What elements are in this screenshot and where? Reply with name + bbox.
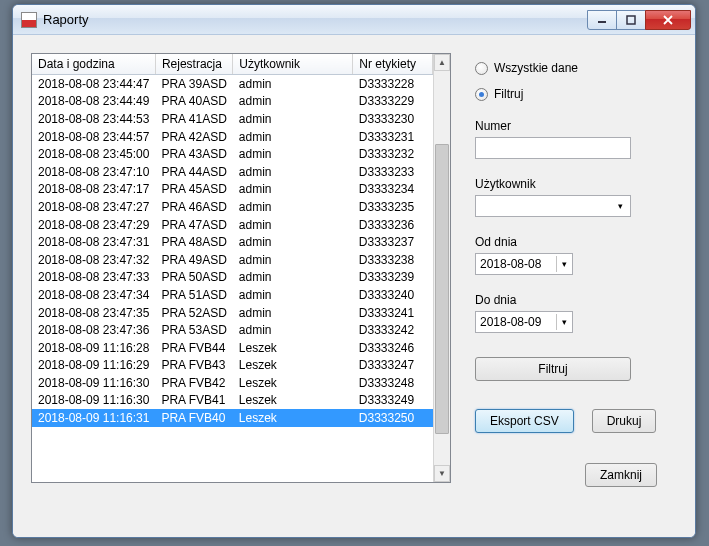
table-row[interactable]: 2018-08-08 23:47:17PRA 45ASDadminD333323… bbox=[32, 181, 433, 199]
cell-reg: PRA 49ASD bbox=[155, 251, 232, 269]
table-row[interactable]: 2018-08-08 23:47:36PRA 53ASDadminD333324… bbox=[32, 321, 433, 339]
cell-date: 2018-08-08 23:47:32 bbox=[32, 251, 155, 269]
number-input[interactable] bbox=[475, 137, 631, 159]
cell-date: 2018-08-08 23:45:00 bbox=[32, 145, 155, 163]
cell-reg: PRA 44ASD bbox=[155, 163, 232, 181]
cell-reg: PRA 46ASD bbox=[155, 198, 232, 216]
table-row[interactable]: 2018-08-09 11:16:30PRA FVB42LeszekD33332… bbox=[32, 374, 433, 392]
cell-user: admin bbox=[233, 198, 353, 216]
report-window: Raporty Data i godzina Rejestracja bbox=[12, 4, 696, 538]
from-date-label: Od dnia bbox=[475, 235, 677, 249]
table-row[interactable]: 2018-08-08 23:44:49PRA 40ASDadminD333322… bbox=[32, 93, 433, 111]
scroll-up-button[interactable]: ▲ bbox=[434, 54, 450, 71]
radio-filter-label: Filtruj bbox=[494, 87, 523, 101]
table-row[interactable]: 2018-08-08 23:47:35PRA 52ASDadminD333324… bbox=[32, 304, 433, 322]
cell-date: 2018-08-08 23:47:29 bbox=[32, 216, 155, 234]
close-icon bbox=[662, 15, 674, 25]
table-row[interactable]: 2018-08-08 23:44:53PRA 41ASDadminD333323… bbox=[32, 110, 433, 128]
chevron-down-icon: ▾ bbox=[612, 198, 628, 214]
table-row[interactable]: 2018-08-08 23:47:34PRA 51ASDadminD333324… bbox=[32, 286, 433, 304]
cell-label: D3333249 bbox=[353, 392, 433, 410]
radio-all-data-label: Wszystkie dane bbox=[494, 61, 578, 75]
scroll-down-button[interactable]: ▼ bbox=[434, 465, 450, 482]
cell-date: 2018-08-09 11:16:28 bbox=[32, 339, 155, 357]
user-dropdown[interactable]: ▾ bbox=[475, 195, 631, 217]
cell-label: D3333230 bbox=[353, 110, 433, 128]
cell-user: admin bbox=[233, 233, 353, 251]
cell-label: D3333248 bbox=[353, 374, 433, 392]
print-button[interactable]: Drukuj bbox=[592, 409, 657, 433]
close-button[interactable] bbox=[645, 10, 691, 30]
chevron-down-icon[interactable]: ▾ bbox=[556, 314, 572, 330]
cell-reg: PRA 47ASD bbox=[155, 216, 232, 234]
cell-label: D3333232 bbox=[353, 145, 433, 163]
cell-label: D3333233 bbox=[353, 163, 433, 181]
to-date-value: 2018-08-09 bbox=[480, 315, 556, 329]
radio-filter[interactable] bbox=[475, 88, 488, 101]
header-date[interactable]: Data i godzina bbox=[32, 54, 155, 75]
to-date-group: Do dnia 2018-08-09 ▾ bbox=[475, 293, 677, 333]
table-row[interactable]: 2018-08-08 23:47:31PRA 48ASDadminD333323… bbox=[32, 233, 433, 251]
header-label[interactable]: Nr etykiety bbox=[353, 54, 433, 75]
cell-label: D3333229 bbox=[353, 93, 433, 111]
vertical-scrollbar[interactable]: ▲ ▼ bbox=[433, 54, 450, 482]
radio-filter-row[interactable]: Filtruj bbox=[475, 87, 677, 101]
cell-date: 2018-08-09 11:16:29 bbox=[32, 357, 155, 375]
cell-date: 2018-08-09 11:16:31 bbox=[32, 409, 155, 427]
cell-date: 2018-08-08 23:44:53 bbox=[32, 110, 155, 128]
app-icon bbox=[21, 12, 37, 28]
cell-date: 2018-08-08 23:44:47 bbox=[32, 75, 155, 93]
chevron-down-icon[interactable]: ▾ bbox=[556, 256, 572, 272]
table-header-row: Data i godzina Rejestracja Użytkownik Nr… bbox=[32, 54, 433, 75]
cell-date: 2018-08-08 23:47:33 bbox=[32, 269, 155, 287]
table-row[interactable]: 2018-08-08 23:44:47PRA 39ASDadminD333322… bbox=[32, 75, 433, 93]
cell-reg: PRA 40ASD bbox=[155, 93, 232, 111]
table-row[interactable]: 2018-08-09 11:16:29PRA FVB43LeszekD33332… bbox=[32, 357, 433, 375]
cell-user: Leszek bbox=[233, 357, 353, 375]
window-title: Raporty bbox=[43, 12, 588, 27]
export-csv-button[interactable]: Eksport CSV bbox=[475, 409, 574, 433]
cell-user: Leszek bbox=[233, 374, 353, 392]
cell-reg: PRA 45ASD bbox=[155, 181, 232, 199]
cell-user: admin bbox=[233, 269, 353, 287]
cell-label: D3333247 bbox=[353, 357, 433, 375]
from-date-value: 2018-08-08 bbox=[480, 257, 556, 271]
minimize-icon bbox=[596, 15, 608, 25]
table-row[interactable]: 2018-08-08 23:47:27PRA 46ASDadminD333323… bbox=[32, 198, 433, 216]
report-table[interactable]: Data i godzina Rejestracja Użytkownik Nr… bbox=[32, 54, 433, 427]
titlebar[interactable]: Raporty bbox=[13, 5, 695, 35]
cell-reg: PRA 48ASD bbox=[155, 233, 232, 251]
export-print-row: Eksport CSV Drukuj bbox=[475, 409, 677, 433]
cell-reg: PRA FVB42 bbox=[155, 374, 232, 392]
from-date-input[interactable]: 2018-08-08 ▾ bbox=[475, 253, 573, 275]
number-field-group: Numer bbox=[475, 119, 677, 159]
svg-rect-1 bbox=[627, 16, 635, 24]
header-registration[interactable]: Rejestracja bbox=[155, 54, 232, 75]
cell-label: D3333239 bbox=[353, 269, 433, 287]
table-row[interactable]: 2018-08-09 11:16:28PRA FVB44LeszekD33332… bbox=[32, 339, 433, 357]
content-area: Data i godzina Rejestracja Użytkownik Nr… bbox=[13, 35, 695, 537]
number-label: Numer bbox=[475, 119, 677, 133]
table-row[interactable]: 2018-08-08 23:44:57PRA 42ASDadminD333323… bbox=[32, 128, 433, 146]
cell-date: 2018-08-08 23:47:10 bbox=[32, 163, 155, 181]
radio-all-data-row[interactable]: Wszystkie dane bbox=[475, 61, 677, 75]
table-row[interactable]: 2018-08-09 11:16:31PRA FVB40LeszekD33332… bbox=[32, 409, 433, 427]
cell-reg: PRA 50ASD bbox=[155, 269, 232, 287]
maximize-button[interactable] bbox=[616, 10, 646, 30]
cell-user: admin bbox=[233, 216, 353, 234]
table-row[interactable]: 2018-08-08 23:47:10PRA 44ASDadminD333323… bbox=[32, 163, 433, 181]
cell-user: admin bbox=[233, 181, 353, 199]
radio-all-data[interactable] bbox=[475, 62, 488, 75]
header-user[interactable]: Użytkownik bbox=[233, 54, 353, 75]
table-row[interactable]: 2018-08-08 23:47:29PRA 47ASDadminD333323… bbox=[32, 216, 433, 234]
minimize-button[interactable] bbox=[587, 10, 617, 30]
maximize-icon bbox=[625, 15, 637, 25]
to-date-input[interactable]: 2018-08-09 ▾ bbox=[475, 311, 573, 333]
close-dialog-button[interactable]: Zamknij bbox=[585, 463, 657, 487]
filter-button[interactable]: Filtruj bbox=[475, 357, 631, 381]
table-row[interactable]: 2018-08-08 23:45:00PRA 43ASDadminD333323… bbox=[32, 145, 433, 163]
table-row[interactable]: 2018-08-09 11:16:30PRA FVB41LeszekD33332… bbox=[32, 392, 433, 410]
table-row[interactable]: 2018-08-08 23:47:32PRA 49ASDadminD333323… bbox=[32, 251, 433, 269]
scroll-thumb[interactable] bbox=[435, 144, 449, 434]
table-row[interactable]: 2018-08-08 23:47:33PRA 50ASDadminD333323… bbox=[32, 269, 433, 287]
